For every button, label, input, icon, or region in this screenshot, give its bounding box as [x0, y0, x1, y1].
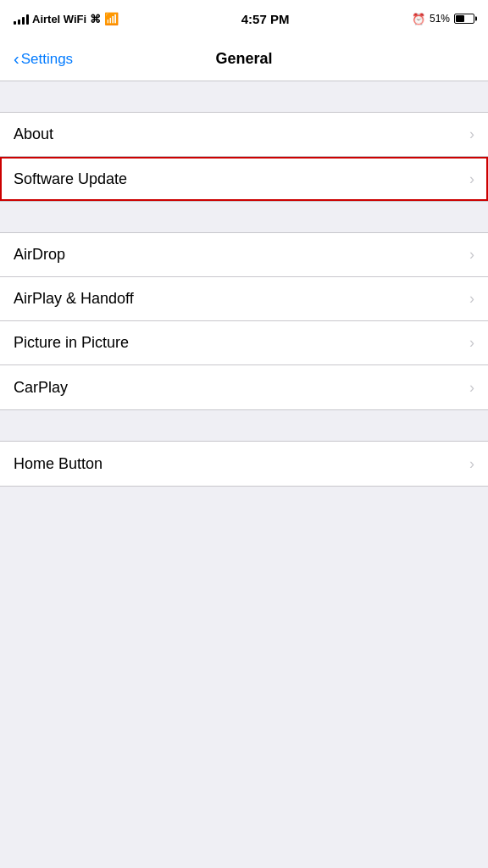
- back-button[interactable]: ‹ Settings: [14, 51, 73, 68]
- home-button-label: Home Button: [14, 455, 103, 473]
- picture-in-picture-item[interactable]: Picture in Picture ›: [0, 321, 488, 365]
- about-item[interactable]: About ›: [0, 113, 488, 157]
- status-right: ⏰ 51%: [412, 13, 474, 25]
- status-bar: Airtel WiFi ⌘ 📶 4:57 PM ⏰ 51%: [0, 0, 488, 37]
- software-update-label: Software Update: [14, 170, 127, 188]
- signal-icon: [14, 13, 29, 25]
- chevron-left-icon: ‹: [14, 50, 19, 67]
- status-left: Airtel WiFi ⌘ 📶: [14, 12, 119, 25]
- chevron-right-icon: ›: [469, 290, 474, 308]
- chevron-right-icon: ›: [469, 455, 474, 473]
- section-spacer-3: [0, 410, 488, 441]
- carrier-label: Airtel WiFi: [32, 13, 86, 25]
- section-spacer-2: [0, 202, 488, 232]
- carplay-item[interactable]: CarPlay ›: [0, 365, 488, 409]
- chevron-right-icon: ›: [469, 246, 474, 264]
- section-spacer-1: [0, 81, 488, 112]
- back-label: Settings: [21, 51, 73, 68]
- software-update-item[interactable]: Software Update ›: [0, 157, 488, 201]
- list-group-3: Home Button ›: [0, 441, 488, 487]
- about-label: About: [14, 125, 53, 143]
- chevron-right-icon: ›: [469, 125, 474, 143]
- wifi-icon: ⌘: [90, 13, 101, 25]
- airplay-handoff-item[interactable]: AirPlay & Handoff ›: [0, 277, 488, 321]
- chevron-right-icon: ›: [469, 170, 474, 188]
- list-group-1: About › Software Update ›: [0, 112, 488, 202]
- airdrop-label: AirDrop: [14, 246, 65, 264]
- battery-icon: [454, 14, 474, 24]
- chevron-right-icon: ›: [469, 334, 474, 352]
- chevron-right-icon: ›: [469, 379, 474, 397]
- airdrop-item[interactable]: AirDrop ›: [0, 233, 488, 277]
- alarm-icon: ⏰: [412, 13, 425, 25]
- nav-bar: ‹ Settings General: [0, 37, 488, 81]
- bottom-spacer: [0, 487, 488, 656]
- battery-percent: 51%: [430, 13, 450, 25]
- home-button-item[interactable]: Home Button ›: [0, 442, 488, 486]
- carplay-label: CarPlay: [14, 379, 68, 397]
- airplay-handoff-label: AirPlay & Handoff: [14, 290, 134, 308]
- picture-in-picture-label: Picture in Picture: [14, 334, 129, 352]
- page-title: General: [215, 50, 272, 68]
- wifi-symbol: 📶: [104, 12, 119, 25]
- status-time: 4:57 PM: [241, 12, 290, 26]
- list-group-2: AirDrop › AirPlay & Handoff › Picture in…: [0, 232, 488, 410]
